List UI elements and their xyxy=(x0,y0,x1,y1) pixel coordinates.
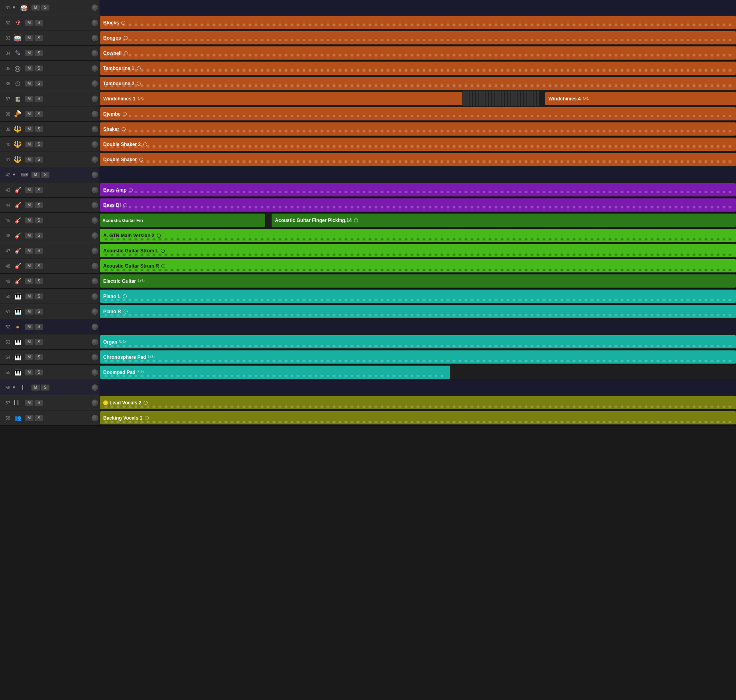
mute-btn-57[interactable]: M xyxy=(25,400,34,406)
clip-organ[interactable]: Organ ↻↻ xyxy=(100,335,736,348)
mute-btn-33[interactable]: M xyxy=(25,35,34,41)
mute-btn-34[interactable]: M xyxy=(25,50,34,56)
mute-btn-49[interactable]: M xyxy=(25,278,34,284)
volume-knob-55[interactable] xyxy=(92,369,98,376)
mute-btn-32[interactable]: M xyxy=(25,20,34,26)
solo-btn-48[interactable]: S xyxy=(34,263,43,269)
clip-windchimes4[interactable]: Windchimes.4 ↻↻ xyxy=(545,92,736,105)
solo-btn-57[interactable]: S xyxy=(34,400,43,406)
solo-btn-55[interactable]: S xyxy=(34,369,43,376)
clip-doompad-pad[interactable]: Doompad Pad ↻↻ xyxy=(100,366,450,379)
volume-knob-45[interactable] xyxy=(92,217,98,224)
mute-btn-37[interactable]: M xyxy=(25,96,34,102)
solo-btn-58[interactable]: S xyxy=(34,415,43,421)
volume-knob-34[interactable] xyxy=(92,50,98,56)
mute-btn-43[interactable]: M xyxy=(25,187,34,193)
mute-btn-47[interactable]: M xyxy=(25,248,34,254)
solo-btn-53[interactable]: S xyxy=(34,339,43,345)
solo-btn-54[interactable]: S xyxy=(34,354,43,360)
volume-knob-51[interactable] xyxy=(92,308,98,315)
volume-knob-32[interactable] xyxy=(92,20,98,26)
clip-agtr-main[interactable]: A. GTR Main Version 2 xyxy=(100,229,736,242)
volume-knob-54[interactable] xyxy=(92,354,98,360)
expand-arrow-31[interactable]: ▼ xyxy=(12,5,17,10)
volume-knob-38[interactable] xyxy=(92,111,98,117)
volume-knob-39[interactable] xyxy=(92,126,98,132)
clip-piano-r[interactable]: Piano R xyxy=(100,305,736,318)
solo-btn-43[interactable]: S xyxy=(34,187,43,193)
mute-btn-53[interactable]: M xyxy=(25,339,34,345)
clip-cowbell[interactable]: Cowbell xyxy=(100,46,736,60)
mute-btn-48[interactable]: M xyxy=(25,263,34,269)
volume-knob-31[interactable] xyxy=(92,4,98,11)
solo-btn-38[interactable]: S xyxy=(34,111,43,117)
solo-btn-49[interactable]: S xyxy=(34,278,43,284)
mute-btn-31[interactable]: M xyxy=(31,4,40,11)
volume-knob-52[interactable] xyxy=(92,324,98,330)
clip-backing-vocals1[interactable]: Backing Vocals 1 xyxy=(100,411,736,424)
volume-knob-46[interactable] xyxy=(92,232,98,239)
clip-lead-vocals2[interactable]: Lead Vocals.2 xyxy=(100,396,736,409)
clip-bass-amp[interactable]: Bass Amp xyxy=(100,183,736,196)
solo-btn-39[interactable]: S xyxy=(34,126,43,132)
volume-knob-57[interactable] xyxy=(92,400,98,406)
volume-knob-40[interactable] xyxy=(92,141,98,148)
volume-knob-47[interactable] xyxy=(92,248,98,254)
solo-btn-37[interactable]: S xyxy=(34,96,43,102)
solo-btn-46[interactable]: S xyxy=(34,232,43,239)
volume-knob-37[interactable] xyxy=(92,96,98,102)
clip-djembe[interactable]: Djembe xyxy=(100,107,736,120)
expand-arrow-56[interactable]: ▼ xyxy=(12,385,17,390)
clip-acoustic-fin[interactable]: Acoustic Guitar Fin xyxy=(100,214,265,227)
clip-tambourine2[interactable]: Tambourine 2 xyxy=(100,77,736,90)
clip-double-shaker2[interactable]: Double Shaker 2 xyxy=(100,138,736,151)
solo-btn-45[interactable]: S xyxy=(34,217,43,224)
mute-btn-56[interactable]: M xyxy=(31,384,40,391)
volume-knob-58[interactable] xyxy=(92,415,98,421)
solo-btn-47[interactable]: S xyxy=(34,248,43,254)
clip-shaker[interactable]: Shaker xyxy=(100,122,736,136)
volume-knob-48[interactable] xyxy=(92,263,98,269)
mute-btn-35[interactable]: M xyxy=(25,65,34,72)
clip-windchimes1[interactable]: Windchimes.1 ↻↻ xyxy=(100,92,462,105)
mute-btn-41[interactable]: M xyxy=(25,156,34,163)
mute-btn-50[interactable]: M xyxy=(25,293,34,300)
solo-btn-42[interactable]: S xyxy=(41,172,50,178)
volume-knob-43[interactable] xyxy=(92,187,98,193)
mute-btn-38[interactable]: M xyxy=(25,111,34,117)
clip-chronosphere-pad[interactable]: Chronosphere Pad ↻↻ xyxy=(100,350,736,364)
volume-knob-56[interactable] xyxy=(92,384,98,391)
mute-btn-36[interactable]: M xyxy=(25,80,34,87)
clip-bass-di[interactable]: Bass DI xyxy=(100,198,736,212)
clip-acoustic-strum-l[interactable]: Acoustic Guitar Strum L xyxy=(100,244,736,257)
volume-knob-41[interactable] xyxy=(92,156,98,163)
volume-knob-50[interactable] xyxy=(92,293,98,300)
clip-double-shaker[interactable]: Double Shaker xyxy=(100,153,736,166)
solo-btn-41[interactable]: S xyxy=(34,156,43,163)
mute-btn-40[interactable]: M xyxy=(25,141,34,148)
clip-bongos[interactable]: Bongos xyxy=(100,31,736,44)
volume-knob-36[interactable] xyxy=(92,80,98,87)
solo-btn-40[interactable]: S xyxy=(34,141,43,148)
solo-btn-36[interactable]: S xyxy=(34,80,43,87)
volume-knob-53[interactable] xyxy=(92,339,98,345)
solo-btn-31[interactable]: S xyxy=(41,4,50,11)
solo-btn-50[interactable]: S xyxy=(34,293,43,300)
volume-knob-42[interactable] xyxy=(92,172,98,178)
clip-blocks[interactable]: Blocks xyxy=(100,16,736,29)
mute-btn-42[interactable]: M xyxy=(31,172,40,178)
volume-knob-33[interactable] xyxy=(92,35,98,41)
volume-knob-49[interactable] xyxy=(92,278,98,284)
solo-btn-56[interactable]: S xyxy=(41,384,50,391)
expand-arrow-42[interactable]: ▼ xyxy=(12,172,17,177)
solo-btn-34[interactable]: S xyxy=(34,50,43,56)
clip-electric-guitar[interactable]: Electric Guitar ↻↻ xyxy=(100,274,736,288)
mute-btn-55[interactable]: M xyxy=(25,369,34,376)
mute-btn-51[interactable]: M xyxy=(25,308,34,315)
solo-btn-51[interactable]: S xyxy=(34,308,43,315)
solo-btn-52[interactable]: S xyxy=(34,324,43,330)
mute-btn-46[interactable]: M xyxy=(25,232,34,239)
volume-knob-35[interactable] xyxy=(92,65,98,72)
mute-btn-45[interactable]: M xyxy=(25,217,34,224)
clip-acoustic-strum-r[interactable]: Acoustic Guitar Strum R xyxy=(100,259,736,272)
